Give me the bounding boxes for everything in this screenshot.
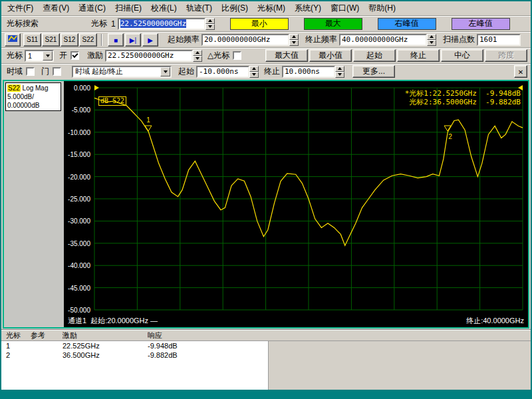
toolbar-time-domain: 时域 门 时域 起始/终止 起始 终止 更多... ✕ [1,63,531,79]
delta-marker-checkbox[interactable] [233,51,241,60]
plot-overlay: 12 [94,88,523,310]
start-freq-label: 起始频率 [168,34,200,45]
menu-item[interactable]: 帮助(H) [364,1,400,15]
table-cell: -9.948dB [148,342,268,350]
trace-format: Log Mag [21,84,49,92]
marker-triangle-icon [144,125,152,132]
time-start-label: 起始 [178,66,194,77]
stop-freq-input[interactable] [339,34,427,46]
spinner-down-button[interactable] [205,24,215,30]
time-stop-input[interactable] [282,66,335,78]
time-domain-mode-value: 时域 起始/终止 [73,67,160,76]
marker-number: 1 [111,19,116,29]
menu-item[interactable]: 查看(V) [38,1,74,15]
marker-function-button[interactable]: 终止 [397,49,440,62]
sweep-points-input[interactable] [477,34,521,46]
spinner-up-icon [430,35,434,38]
marker-function-button[interactable]: 最小值 [309,49,352,62]
spinner-down-button[interactable] [249,72,259,78]
spinner-up-icon [208,19,212,22]
close-toolbar-button[interactable]: ✕ [514,65,527,78]
spinner-down-icon [208,25,212,28]
marker-function-button[interactable]: 跨度 [485,49,527,62]
table-cell: 22.525GHz [63,342,148,350]
spinner-down-button[interactable] [427,40,436,46]
trace-icon [7,34,18,43]
spinner-up-button[interactable] [335,66,344,72]
plot-grid-area: dB-S22 *光标1:22.5250GHz -9.948dB光标2:36.50… [94,88,523,310]
time-start-input[interactable] [196,66,249,78]
menu-item[interactable]: 通道(C) [74,1,110,15]
spinner-up-button[interactable] [193,50,202,56]
sparam-button-s21[interactable]: S21 [42,33,60,47]
menu-item[interactable]: 系统(Y) [290,1,326,15]
spinner-up-button[interactable] [427,34,436,40]
sparam-button-s12[interactable]: S12 [61,33,78,47]
toolbar-separator [101,34,102,46]
min-search-button[interactable]: 最小 [230,18,289,30]
marker-search-spinner [205,18,215,30]
start-freq-input[interactable] [201,34,289,46]
single-sweep-icon: ▶| [130,37,136,44]
continuous-sweep-button[interactable]: ▶ [142,33,158,47]
spinner-up-button[interactable] [205,18,215,24]
stop-freq-spinner [427,34,436,46]
y-axis-tick-label: -45.000 [68,284,90,291]
left-peak-button[interactable]: 左峰值 [452,18,510,30]
stimulus-input[interactable] [105,50,193,62]
dropdown-triangle [164,70,168,73]
spinner-up-button[interactable] [289,34,299,40]
plot-area: 0.000-5.000-10.000-15.000-20.000-25.000-… [64,81,528,327]
menu-item[interactable]: 窗口(W) [326,1,364,15]
spinner-up-button[interactable] [249,66,259,72]
spinner-down-button[interactable] [193,56,202,62]
marker-on-checkbox[interactable] [70,51,79,60]
marker-table-header-cell: 激励 [63,331,148,340]
trace-scale: 5.000dB/ [7,92,59,101]
menu-item[interactable]: 文件(F) [3,1,38,15]
marker-select[interactable]: 1 [25,50,54,62]
marker-search-value-field[interactable]: 22.525000000GHz [118,18,205,30]
gate-checkbox[interactable] [53,67,61,76]
marker-label: 光标 [7,50,23,61]
spinner-up-icon [196,51,200,54]
menu-item[interactable]: 光标(M) [253,1,290,15]
spinner-down-button[interactable] [289,40,299,46]
spinner-down-button[interactable] [335,72,344,78]
marker-function-button[interactable]: 最大值 [265,49,308,62]
spinner-up-icon [338,67,342,70]
menu-item[interactable]: 比例(S) [217,1,253,15]
time-stop-spinner [335,66,344,78]
single-sweep-button[interactable]: ▶| [125,33,141,47]
marker-function-button[interactable]: 起始 [353,49,396,62]
spinner-down-icon [196,57,200,60]
time-domain-mode-select[interactable]: 时域 起始/终止 [72,66,172,78]
start-freq-spinner [289,34,299,46]
sparam-button-s22[interactable]: S22 [79,33,97,47]
marker-action-buttons: 最大值最小值起始终止中心跨度 [265,49,527,62]
menu-item[interactable]: 扫描(E) [110,1,146,15]
close-icon: ✕ [518,68,523,76]
table-row: 122.525GHz-9.948dB [1,341,268,350]
spinner-up-icon [292,35,296,38]
more-button[interactable]: 更多... [352,65,395,78]
hold-button[interactable]: ■ [108,33,124,47]
time-domain-checkbox[interactable] [26,67,35,76]
marker-function-button[interactable]: 中心 [441,49,483,62]
spinner-down-icon [292,41,296,44]
spinner-down-icon [252,73,256,76]
max-search-button[interactable]: 最大 [304,18,362,30]
right-peak-button[interactable]: 右峰值 [378,18,436,30]
spinner-down-icon [430,41,434,44]
menu-item[interactable]: 轨迹(T) [182,1,217,15]
toolbar-marker: 光标 1 开 激励 △光标 最大值最小值起始终止中心跨度 [1,47,531,63]
sparam-button-s11[interactable]: S11 [23,33,41,47]
trace-setup-button[interactable] [5,33,21,47]
dropdown-arrow-icon[interactable] [160,67,170,76]
trace-info-box[interactable]: S22 Log Mag 5.000dB/ 0.00000dB [5,82,61,111]
y-axis-tick-label: -40.000 [68,262,90,269]
menu-item[interactable]: 校准(L) [146,1,182,15]
time-start-spinner [249,66,259,78]
gate-label: 门 [41,66,49,77]
dropdown-arrow-icon[interactable] [43,51,53,61]
